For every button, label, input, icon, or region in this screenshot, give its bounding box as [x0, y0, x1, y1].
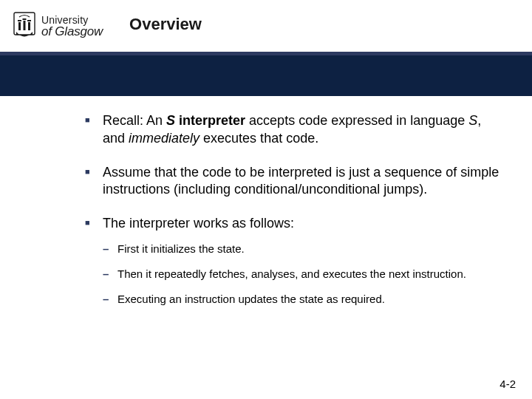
nav-band: [0, 55, 532, 96]
svg-rect-6: [27, 20, 31, 21]
crest-icon: [13, 12, 35, 40]
logo-line1: University: [41, 15, 103, 25]
content: Recall: An S interpreter accepts code ex…: [0, 96, 532, 399]
svg-rect-4: [18, 20, 21, 21]
title-area: Overview: [129, 15, 202, 37]
svg-rect-3: [28, 22, 30, 30]
logo-line2: of Glasgow: [41, 25, 103, 38]
page-number: 4-2: [499, 378, 516, 390]
svg-rect-5: [23, 18, 27, 20]
logo-text: University of Glasgow: [41, 15, 103, 38]
bullet-item: Recall: An S interpreter accepts code ex…: [85, 112, 501, 148]
sub-bullet-item: Executing an instruction updates the sta…: [103, 292, 501, 307]
bullet-item: The interpreter works as follows:First i…: [85, 215, 501, 307]
sub-bullet-list: First it initializes the state.Then it r…: [103, 242, 501, 307]
sub-bullet-item: First it initializes the state.: [103, 242, 501, 256]
header: University of Glasgow Overview: [0, 0, 532, 55]
bullet-list: Recall: An S interpreter accepts code ex…: [85, 112, 501, 307]
svg-rect-2: [24, 21, 26, 30]
sub-bullet-item: Then it repeatedly fetches, analyses, an…: [103, 267, 501, 282]
university-logo: University of Glasgow: [13, 12, 103, 40]
slide-title: Overview: [129, 15, 202, 34]
svg-rect-1: [18, 22, 21, 30]
slide: University of Glasgow Overview Recall: A…: [0, 0, 532, 399]
bullet-item: Assume that the code to be interpreted i…: [85, 164, 501, 200]
